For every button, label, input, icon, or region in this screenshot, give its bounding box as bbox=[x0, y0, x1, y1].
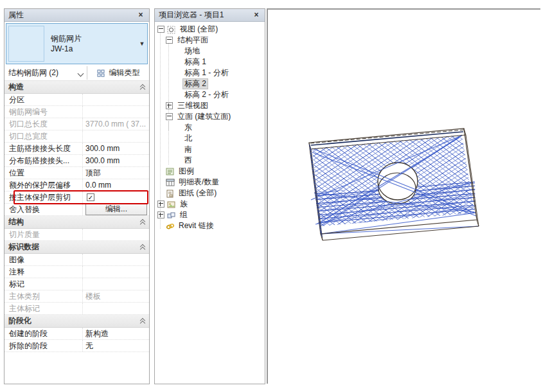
tree-item-立面-(建筑立面)[interactable]: 立面 (建筑立面) bbox=[155, 111, 265, 122]
property-value[interactable] bbox=[83, 278, 149, 290]
edit-type-button[interactable]: 编辑类型 bbox=[87, 66, 149, 80]
tree-item-西[interactable]: 西 bbox=[155, 155, 265, 166]
type-selector[interactable]: 钢筋网片 JW-1a ▼ bbox=[6, 23, 148, 64]
element-filter-label: 结构钢筋网 (2) bbox=[8, 67, 58, 78]
tree-item-标高-1[interactable]: 标高 1 bbox=[155, 57, 265, 67]
properties-panel-header[interactable]: 属性 × bbox=[4, 9, 149, 22]
property-value[interactable] bbox=[83, 303, 149, 314]
tree-item-三维视图[interactable]: 三维视图 bbox=[155, 100, 265, 111]
tree-item-标高-2[interactable]: 标高 2 bbox=[155, 78, 265, 89]
tree-item-label: 场地 bbox=[182, 46, 202, 56]
property-value[interactable]: 300.0 mm bbox=[83, 143, 149, 154]
collapse-minus-icon[interactable] bbox=[166, 37, 173, 44]
property-value[interactable]: ✓ bbox=[83, 192, 149, 203]
expand-plus-icon[interactable] bbox=[157, 200, 164, 208]
drawing-area[interactable] bbox=[267, 8, 540, 384]
type-selector-dropdown-icon[interactable]: ▼ bbox=[137, 40, 147, 47]
collapse-minus-icon[interactable] bbox=[157, 26, 164, 33]
tree-item-label: 标高 2 - 分析 bbox=[182, 90, 231, 100]
checkbox[interactable]: ✓ bbox=[87, 193, 94, 201]
collapse-chevron-icon[interactable] bbox=[140, 220, 145, 225]
element-filter-combo[interactable]: 结构钢筋网 (2) bbox=[4, 66, 87, 80]
property-row: 标记 bbox=[4, 278, 149, 290]
views-icon bbox=[167, 26, 176, 33]
tree-item-南[interactable]: 南 bbox=[155, 144, 265, 155]
property-value[interactable] bbox=[83, 106, 149, 118]
tree-item-标高-1---分析[interactable]: 标高 1 - 分析 bbox=[155, 67, 265, 78]
tree-item-场地[interactable]: 场地 bbox=[155, 46, 265, 57]
property-value[interactable]: 300.0 mm bbox=[83, 155, 149, 166]
property-value[interactable]: 无 bbox=[83, 340, 149, 352]
property-row: 舍入替换编辑... bbox=[4, 204, 149, 216]
tree-item-label: 图纸 (全部) bbox=[177, 188, 218, 198]
property-row: 主筋搭接接头长度300.0 mm bbox=[4, 143, 149, 155]
tree-item-视图-(全部)[interactable]: 视图 (全部) bbox=[155, 24, 265, 35]
property-row: 分布筋搭接接头...300.0 mm bbox=[4, 155, 149, 167]
tree-item-label: 三维视图 bbox=[175, 101, 210, 111]
tree-item-label: 立面 (建筑立面) bbox=[175, 112, 233, 121]
property-section-header[interactable]: 结构 bbox=[4, 216, 149, 229]
property-row: 主体标记 bbox=[4, 303, 149, 315]
collapse-chevron-icon[interactable] bbox=[140, 319, 145, 324]
property-section-header[interactable]: 阶段化 bbox=[4, 315, 149, 328]
expand-plus-icon[interactable] bbox=[157, 211, 164, 218]
property-value[interactable] bbox=[83, 266, 149, 278]
tree-item-明细表/数量[interactable]: 明细表/数量 bbox=[155, 177, 265, 188]
collapse-minus-icon[interactable] bbox=[166, 113, 173, 120]
property-label: 创建的阶段 bbox=[4, 328, 83, 339]
tree-item-组[interactable]: 组 bbox=[155, 209, 265, 220]
property-value[interactable]: 楼板 bbox=[83, 290, 149, 302]
collapse-chevron-icon[interactable] bbox=[140, 85, 145, 90]
type-preview-thumbnail bbox=[8, 26, 44, 62]
property-value[interactable]: 3770.0 mm ( 37... bbox=[83, 118, 149, 130]
tree-item-label: 北 bbox=[182, 134, 194, 143]
property-value[interactable]: 编辑... bbox=[83, 204, 149, 215]
property-value[interactable]: 0.0 mm bbox=[83, 179, 149, 191]
property-value[interactable]: 顶部 bbox=[83, 167, 149, 179]
family-icon bbox=[167, 200, 176, 208]
tree-item-图例[interactable]: 图例 bbox=[155, 166, 265, 177]
tree-item-label: 图例 bbox=[177, 166, 196, 176]
project-browser-header[interactable]: 项目浏览器 - 项目1 × bbox=[155, 9, 265, 22]
close-icon[interactable]: × bbox=[136, 9, 145, 21]
tree-item-族[interactable]: 族 bbox=[155, 199, 265, 209]
property-section-header[interactable]: 标识数据 bbox=[4, 241, 149, 254]
properties-panel: 属性 × 钢筋网片 JW-1a ▼ 结构钢筋网 (2) 编辑类型 构造分区钢筋网… bbox=[4, 8, 150, 384]
property-row: 位置顶部 bbox=[4, 167, 149, 179]
project-browser-title: 项目浏览器 - 项目1 bbox=[159, 9, 252, 21]
tree-item-标高-2---分析[interactable]: 标高 2 - 分析 bbox=[155, 89, 265, 100]
tree-item-图纸-(全部)[interactable]: 图纸 (全部) bbox=[155, 188, 265, 199]
property-section-header[interactable]: 构造 bbox=[4, 81, 149, 94]
property-label: 钢筋网编号 bbox=[4, 106, 83, 118]
expand-plus-icon[interactable] bbox=[166, 102, 173, 109]
tree-item-label: 南 bbox=[182, 145, 194, 154]
edit-type-label: 编辑类型 bbox=[109, 67, 140, 78]
tree-item-东[interactable]: 东 bbox=[155, 122, 265, 133]
legend-icon bbox=[166, 168, 175, 175]
tree-item-Revit-链接[interactable]: Revit 链接 bbox=[155, 220, 265, 231]
property-value[interactable]: 新构造 bbox=[83, 328, 149, 339]
sheet-icon bbox=[166, 190, 175, 197]
property-value[interactable] bbox=[83, 229, 149, 240]
close-icon[interactable]: × bbox=[252, 9, 261, 21]
tree-item-label: 东 bbox=[182, 123, 194, 132]
property-row: 图像 bbox=[4, 254, 149, 266]
property-value[interactable] bbox=[83, 94, 149, 105]
property-row: 注释 bbox=[4, 266, 149, 278]
collapse-chevron-icon[interactable] bbox=[140, 245, 145, 250]
schedule-icon bbox=[166, 179, 175, 186]
project-browser-panel: 项目浏览器 - 项目1 × 视图 (全部)结构平面场地标高 1标高 1 - 分析… bbox=[154, 8, 265, 384]
property-value[interactable] bbox=[83, 130, 149, 142]
link-icon bbox=[166, 222, 175, 230]
property-label: 图像 bbox=[4, 254, 83, 265]
tree-item-北[interactable]: 北 bbox=[155, 133, 265, 144]
rebar-mesh-3d-wireframe[interactable] bbox=[268, 10, 540, 384]
property-label: 切口总长度 bbox=[4, 118, 83, 130]
edit-button[interactable]: 编辑... bbox=[85, 204, 147, 215]
property-value[interactable] bbox=[83, 254, 149, 265]
property-row: 拆除的阶段无 bbox=[4, 340, 149, 352]
tree-item-结构平面[interactable]: 结构平面 bbox=[155, 35, 265, 46]
tree-item-label: 标高 2 bbox=[182, 78, 208, 89]
project-browser-tree: 视图 (全部)结构平面场地标高 1标高 1 - 分析标高 2标高 2 - 分析三… bbox=[155, 22, 265, 231]
property-row: 主体类别楼板 bbox=[4, 290, 149, 303]
